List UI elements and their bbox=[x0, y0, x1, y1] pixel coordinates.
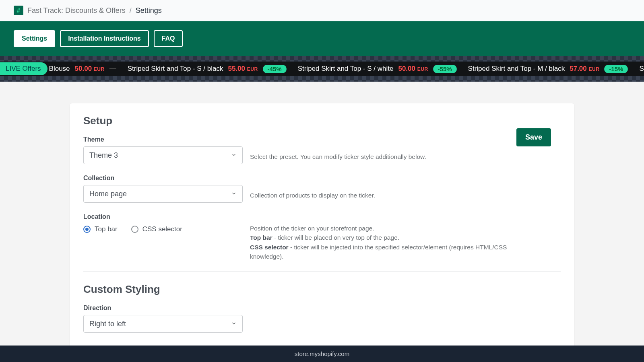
theme-select-value: Theme 3 bbox=[89, 151, 118, 160]
ticker-dash-icon: — bbox=[109, 65, 116, 73]
location-hint-intro: Position of the ticker on your storefron… bbox=[250, 224, 540, 233]
settings-card: Save Setup Theme Theme 3 Select the pres… bbox=[70, 103, 574, 347]
custom-styling-heading: Custom Styling bbox=[83, 283, 561, 296]
ticker-item: Blouse 50.00 EUR — bbox=[49, 65, 116, 73]
ticker-product-name: Striped Skirt and Top - S / black bbox=[128, 65, 223, 73]
radio-label: Top bar bbox=[95, 225, 118, 233]
ticker-price: 50.00 EUR bbox=[398, 65, 428, 73]
tab-settings[interactable]: Settings bbox=[14, 30, 55, 47]
breadcrumb-app-name[interactable]: Fast Track: Discounts & Offers bbox=[27, 6, 126, 15]
direction-select-value: Right to left bbox=[89, 320, 126, 328]
ticker-price: 55.00 EUR bbox=[228, 65, 258, 73]
ticker-product-name: Striped Skirt and Top - M / bbox=[639, 65, 644, 73]
tab-faq[interactable]: FAQ bbox=[154, 30, 183, 47]
live-offers-pill: LIVE Offers bbox=[0, 62, 47, 75]
theme-hint: Select the preset. You can modify ticker… bbox=[250, 146, 426, 161]
ticker-item: Striped Skirt and Top - M / bbox=[639, 65, 644, 73]
setup-heading: Setup bbox=[83, 115, 561, 127]
section-divider bbox=[83, 272, 561, 272]
discount-badge: -45% bbox=[263, 65, 287, 73]
breadcrumb-current: Settings bbox=[136, 6, 162, 15]
location-hint-css-text: - ticker will be injected into the speci… bbox=[250, 244, 507, 260]
collection-select[interactable]: Home page bbox=[83, 185, 243, 203]
location-hint-topbar-key: Top bar bbox=[250, 234, 272, 241]
tab-bar: Settings Installation Instructions FAQ bbox=[0, 21, 644, 56]
direction-select[interactable]: Right to left bbox=[83, 315, 243, 333]
discount-badge: -15% bbox=[604, 65, 628, 73]
collection-hint: Collection of products to display on the… bbox=[250, 185, 375, 200]
save-button[interactable]: Save bbox=[516, 128, 551, 146]
theme-label: Theme bbox=[83, 136, 561, 143]
direction-label: Direction bbox=[83, 304, 561, 312]
ticker-price: 50.00 EUR bbox=[75, 65, 105, 73]
radio-label: CSS selector bbox=[142, 225, 182, 233]
location-label: Location bbox=[83, 213, 561, 220]
ticker-item: Striped Skirt and Top - S / white 50.00 … bbox=[298, 65, 457, 73]
location-radio-topbar[interactable]: Top bar bbox=[83, 225, 118, 233]
chevron-down-icon bbox=[231, 320, 237, 328]
ticker-item: Striped Skirt and Top - S / black 55.00 … bbox=[128, 65, 287, 73]
collection-select-value: Home page bbox=[89, 190, 127, 198]
discount-badge: -55% bbox=[433, 65, 457, 73]
ticker-price: 57.00 EUR bbox=[570, 65, 599, 73]
chevron-down-icon bbox=[231, 151, 237, 160]
ticker-preview: LIVE Offers Blouse 50.00 EUR — Striped S… bbox=[0, 56, 644, 82]
tab-installation[interactable]: Installation Instructions bbox=[60, 30, 149, 47]
breadcrumb: # Fast Track: Discounts & Offers / Setti… bbox=[0, 0, 644, 21]
breadcrumb-separator: / bbox=[130, 6, 132, 15]
location-hint: Position of the ticker on your storefron… bbox=[250, 224, 540, 261]
collection-label: Collection bbox=[83, 175, 561, 182]
theme-select[interactable]: Theme 3 bbox=[83, 146, 243, 164]
ticker-item: Striped Skirt and Top - M / black 57.00 … bbox=[468, 65, 628, 73]
ticker-product-name: Blouse bbox=[49, 65, 70, 73]
ticker-product-name: Striped Skirt and Top - S / white bbox=[298, 65, 394, 73]
ticker-strip: LIVE Offers Blouse 50.00 EUR — Striped S… bbox=[0, 62, 644, 76]
ticker-product-name: Striped Skirt and Top - M / black bbox=[468, 65, 565, 73]
radio-dot-icon bbox=[131, 226, 138, 233]
chevron-down-icon bbox=[231, 190, 237, 198]
location-radio-css[interactable]: CSS selector bbox=[131, 225, 182, 233]
location-hint-topbar-text: - ticker will be placed on very top of t… bbox=[272, 234, 399, 241]
location-hint-css-key: CSS selector bbox=[250, 244, 289, 251]
ticker-track: Blouse 50.00 EUR — Striped Skirt and Top… bbox=[49, 65, 644, 73]
radio-dot-icon bbox=[83, 226, 91, 233]
footer-bar: store.myshopify.com bbox=[0, 346, 644, 347]
app-icon: # bbox=[14, 6, 23, 15]
